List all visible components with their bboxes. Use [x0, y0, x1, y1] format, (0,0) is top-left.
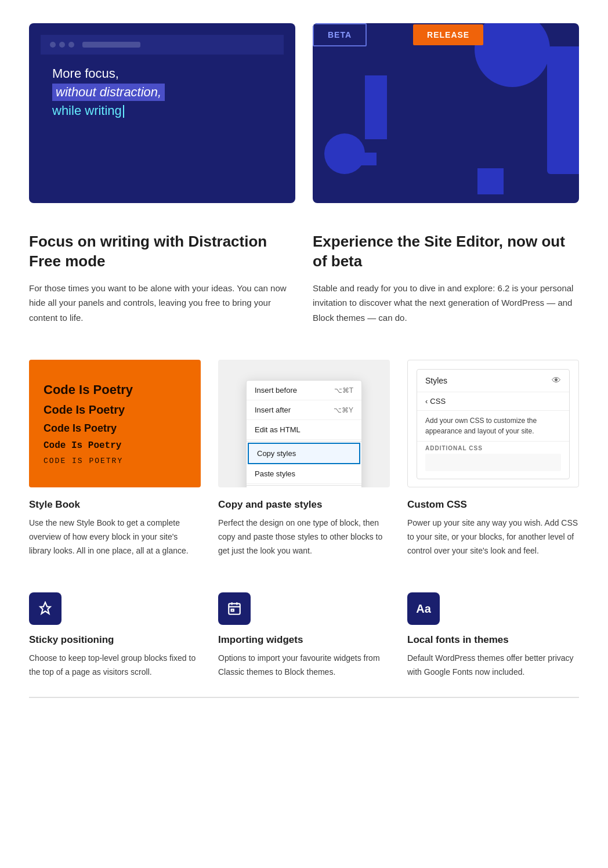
- mid-desc-1: Use the new Style Book to get a complete…: [29, 516, 201, 558]
- feature-text-grid: Focus on writing with Distraction Free m…: [29, 232, 579, 325]
- dot-1: [50, 42, 56, 48]
- bottom-icons-grid: Sticky positioning Choose to keep top-le…: [29, 592, 579, 679]
- menu-paste-styles: Paste styles: [247, 464, 361, 484]
- bottom-title-2: Importing widgets: [218, 634, 390, 646]
- menu-shortcut-insert-after: ⌥⌘Y: [334, 406, 353, 414]
- window-chrome: [41, 35, 284, 55]
- stylebook-line-1: Code Is Poetry: [44, 382, 186, 397]
- menu-copy-styles: Copy styles: [248, 443, 360, 464]
- mid-feature-stylebook: Style Book Use the new Style Book to get…: [29, 499, 201, 558]
- release-button[interactable]: RELEASE: [413, 24, 483, 45]
- mid-desc-2: Perfect the design on one type of block,…: [218, 516, 390, 558]
- menu-label-insert-before: Insert before: [255, 386, 297, 395]
- stylebook-line-3: Code Is Poetry: [44, 422, 186, 435]
- bottom-title-3: Local fonts in themes: [407, 634, 579, 646]
- calendar-icon: [227, 601, 242, 616]
- mid-feature-copypaste: Copy and paste styles Perfect the design…: [218, 499, 390, 558]
- menu-shortcut-insert-before: ⌥⌘T: [334, 386, 353, 395]
- sticky-icon-box: [29, 592, 61, 625]
- css-back-label: CSS: [430, 397, 446, 406]
- menu-label-edit-html: Edit as HTML: [255, 425, 301, 434]
- bottom-divider: [29, 697, 579, 698]
- svg-rect-4: [231, 610, 234, 612]
- feature-title-1: Focus on writing with Distraction Free m…: [29, 232, 295, 272]
- customcss-card: Styles 👁 ‹ CSS Add your own CSS to custo…: [407, 360, 579, 487]
- calendar-icon-box: [218, 592, 251, 625]
- stylebook-line-2: Code Is Poetry: [44, 403, 186, 417]
- stylebook-line-4: Code Is Poetry: [44, 440, 186, 451]
- distraction-image: More focus, without distraction, while w…: [29, 23, 295, 203]
- feature-title-2: Experience the Site Editor, now out of b…: [313, 232, 579, 272]
- bottom-title-1: Sticky positioning: [29, 634, 201, 646]
- eye-icon: 👁: [552, 375, 561, 386]
- bottom-desc-2: Options to import your favourite widgets…: [218, 652, 390, 679]
- copypaste-card: Insert before ⌥⌘T Insert after ⌥⌘Y Edit …: [218, 360, 390, 487]
- bottom-feature-fonts: Aa Local fonts in themes Default WordPre…: [407, 592, 579, 679]
- window-bar: [82, 42, 140, 48]
- top-features-grid: More focus, without distraction, while w…: [29, 23, 579, 203]
- feature-desc-2: Stable and ready for you to dive in and …: [313, 281, 579, 326]
- css-back-nav: ‹ CSS: [417, 392, 569, 411]
- mid-features-grid: Code Is Poetry Code Is Poetry Code Is Po…: [29, 360, 579, 487]
- distraction-card: More focus, without distraction, while w…: [29, 23, 295, 203]
- menu-label-copy-styles: Copy styles: [257, 449, 296, 458]
- distraction-line3: while writing: [52, 103, 272, 118]
- pin-icon: [38, 601, 53, 616]
- back-chevron-icon: ‹: [425, 397, 428, 406]
- css-panel: Styles 👁 ‹ CSS Add your own CSS to custo…: [417, 369, 570, 479]
- aa-icon-box: Aa: [407, 592, 440, 625]
- stylebook-card: Code Is Poetry Code Is Poetry Code Is Po…: [29, 360, 201, 487]
- menu-divider-1: [247, 441, 361, 442]
- bottom-desc-3: Default WordPress themes offer better pr…: [407, 652, 579, 679]
- page-container: More focus, without distraction, while w…: [0, 0, 608, 721]
- editor-card: BETA RELEASE: [313, 23, 579, 203]
- dot-3: [68, 42, 74, 48]
- mid-feature-css: Custom CSS Power up your site any way yo…: [407, 499, 579, 558]
- css-description: Add your own CSS to customize the appear…: [417, 411, 569, 441]
- feature-editor-text: Experience the Site Editor, now out of b…: [313, 232, 579, 325]
- mid-text-grid: Style Book Use the new Style Book to get…: [29, 499, 579, 558]
- mid-title-1: Style Book: [29, 499, 201, 511]
- mid-title-3: Custom CSS: [407, 499, 579, 511]
- menu-edit-html: Edit as HTML: [247, 420, 361, 440]
- menu-divider-2: [247, 485, 361, 486]
- css-input-area[interactable]: [425, 454, 561, 471]
- feature-distraction-text: Focus on writing with Distraction Free m…: [29, 232, 295, 325]
- stylebook-line-5: CODE IS POETRY: [44, 457, 186, 465]
- css-panel-title: Styles: [425, 376, 447, 385]
- feature-desc-1: For those times you want to be alone wit…: [29, 281, 295, 326]
- menu-insert-before: Insert before ⌥⌘T: [247, 381, 361, 400]
- context-menu: Insert before ⌥⌘T Insert after ⌥⌘Y Edit …: [246, 380, 362, 487]
- aa-icon: Aa: [416, 602, 431, 616]
- bottom-feature-sticky: Sticky positioning Choose to keep top-le…: [29, 592, 201, 679]
- distraction-text: More focus, without distraction, while w…: [41, 66, 284, 118]
- beta-button[interactable]: BETA: [313, 23, 367, 46]
- css-panel-header: Styles 👁: [417, 370, 569, 392]
- mid-title-2: Copy and paste styles: [218, 499, 390, 511]
- menu-label-paste-styles: Paste styles: [255, 469, 295, 478]
- css-additional-label: ADDITIONAL CSS: [417, 441, 569, 454]
- dot-2: [59, 42, 65, 48]
- bottom-desc-1: Choose to keep top-level group blocks fi…: [29, 652, 201, 679]
- mid-desc-3: Power up your site any way you wish. Add…: [407, 516, 579, 558]
- menu-insert-after: Insert after ⌥⌘Y: [247, 400, 361, 420]
- distraction-line1: More focus,: [52, 66, 272, 81]
- distraction-line2: without distraction,: [52, 84, 165, 101]
- menu-label-insert-after: Insert after: [255, 406, 291, 414]
- editor-buttons: BETA RELEASE: [313, 23, 579, 46]
- menu-lock: Lock 🔓: [247, 487, 361, 487]
- bottom-feature-widgets: Importing widgets Options to import your…: [218, 592, 390, 679]
